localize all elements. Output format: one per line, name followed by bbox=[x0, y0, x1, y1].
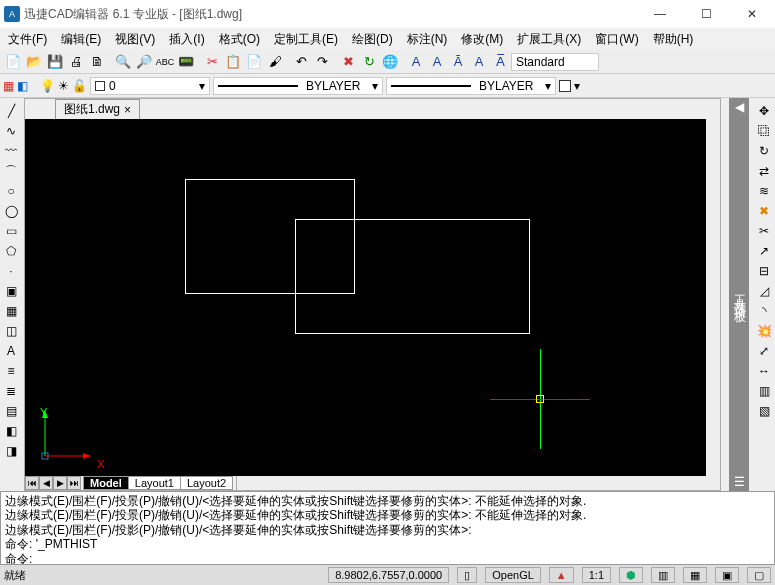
menu-help[interactable]: 帮助(H) bbox=[647, 29, 700, 50]
more-2-icon[interactable]: ▤ bbox=[2, 402, 20, 420]
menu-window[interactable]: 窗口(W) bbox=[589, 29, 644, 50]
menu-edit[interactable]: 编辑(E) bbox=[55, 29, 107, 50]
prop-icon-1[interactable]: ▦ bbox=[3, 79, 14, 93]
more-4-icon[interactable]: ◨ bbox=[2, 442, 20, 460]
mod-a-icon[interactable]: ▥ bbox=[755, 382, 773, 400]
maximize-button[interactable]: ☐ bbox=[683, 0, 729, 28]
rotate-icon[interactable]: ↻ bbox=[755, 142, 773, 160]
text-a4-icon[interactable]: A bbox=[469, 52, 489, 72]
menu-dim[interactable]: 标注(N) bbox=[401, 29, 454, 50]
delete-icon[interactable]: ✖ bbox=[338, 52, 358, 72]
prop-icon-2[interactable]: ◧ bbox=[17, 79, 28, 93]
status-lwt-icon[interactable]: ▥ bbox=[651, 567, 675, 583]
polygon-icon[interactable]: ⬠ bbox=[2, 242, 20, 260]
copy-mod-icon[interactable]: ⿻ bbox=[755, 122, 773, 140]
layer-bulb-icon[interactable]: 💡 bbox=[40, 79, 55, 93]
menu-modify[interactable]: 修改(M) bbox=[455, 29, 509, 50]
new-icon[interactable]: 📄 bbox=[3, 52, 23, 72]
menu-draw[interactable]: 绘图(D) bbox=[346, 29, 399, 50]
status-iso-icon[interactable]: ⬢ bbox=[619, 567, 643, 583]
lineweight-dropdown[interactable]: BYLAYER ▾ bbox=[386, 77, 556, 95]
search-icon[interactable]: 🔍 bbox=[113, 52, 133, 72]
ellipse-icon[interactable]: ◯ bbox=[2, 202, 20, 220]
text-a2-icon[interactable]: A bbox=[427, 52, 447, 72]
tool-palette-handle[interactable]: 工具选项板 bbox=[729, 116, 749, 473]
mtext-icon[interactable]: ≡ bbox=[2, 362, 20, 380]
textstyle-dropdown[interactable]: Standard bbox=[511, 53, 599, 71]
trim-icon[interactable]: ✂ bbox=[755, 222, 773, 240]
fillet-icon[interactable]: ◝ bbox=[755, 302, 773, 320]
text-a3-icon[interactable]: Ā bbox=[448, 52, 468, 72]
status-grid-icon[interactable]: ▦ bbox=[683, 567, 707, 583]
line-icon[interactable]: ╱ bbox=[2, 102, 20, 120]
status-snap-icon[interactable]: ▲ bbox=[549, 567, 574, 583]
mirror-icon[interactable]: ⇄ bbox=[755, 162, 773, 180]
menu-extend[interactable]: 扩展工具(X) bbox=[511, 29, 587, 50]
status-paper-icon[interactable]: ▢ bbox=[747, 567, 771, 583]
menu-insert[interactable]: 插入(I) bbox=[163, 29, 210, 50]
pan-icon[interactable]: ↻ bbox=[359, 52, 379, 72]
status-model-icon[interactable]: ▣ bbox=[715, 567, 739, 583]
move-icon[interactable]: ✥ bbox=[755, 102, 773, 120]
scale-icon[interactable]: ⤢ bbox=[755, 342, 773, 360]
palette-props-icon[interactable]: ☰ bbox=[729, 473, 749, 491]
more-1-icon[interactable]: ≣ bbox=[2, 382, 20, 400]
extend-icon[interactable]: ↗ bbox=[755, 242, 773, 260]
text-a5-icon[interactable]: A̅ bbox=[490, 52, 510, 72]
palette-expand-icon[interactable]: ◀ bbox=[729, 98, 749, 116]
layout-tab-2[interactable]: Layout2 bbox=[180, 476, 233, 490]
more-3-icon[interactable]: ◧ bbox=[2, 422, 20, 440]
copy-icon[interactable]: 📋 bbox=[223, 52, 243, 72]
undo-icon[interactable]: ↶ bbox=[291, 52, 311, 72]
spell-icon[interactable]: ABC bbox=[155, 52, 175, 72]
text-icon[interactable]: A bbox=[2, 342, 20, 360]
menu-tools[interactable]: 定制工具(E) bbox=[268, 29, 344, 50]
redo-icon[interactable]: ↷ bbox=[312, 52, 332, 72]
tab-nav-first[interactable]: ⏮ bbox=[25, 476, 39, 490]
print-icon[interactable]: 🖨 bbox=[66, 52, 86, 72]
layer-lock-icon[interactable]: 🔓 bbox=[72, 79, 87, 93]
find-icon[interactable]: 🔎 bbox=[134, 52, 154, 72]
cut-icon[interactable]: ✂ bbox=[202, 52, 222, 72]
arc-icon[interactable]: ⌒ bbox=[2, 162, 20, 180]
status-pick-icon[interactable]: ▯ bbox=[457, 567, 477, 583]
circle-icon[interactable]: ○ bbox=[2, 182, 20, 200]
save-icon[interactable]: 💾 bbox=[45, 52, 65, 72]
menu-file[interactable]: 文件(F) bbox=[2, 29, 53, 50]
match-icon[interactable]: 🖌 bbox=[265, 52, 285, 72]
command-window[interactable]: 边缘模式(E)/围栏(F)/投景(P)/撤销(U)/<选择要延伸的实体或按Shi… bbox=[0, 491, 775, 565]
drawing-canvas[interactable]: Y X bbox=[25, 119, 720, 476]
menu-format[interactable]: 格式(O) bbox=[213, 29, 266, 50]
minimize-button[interactable]: — bbox=[637, 0, 683, 28]
chamfer-icon[interactable]: ◿ bbox=[755, 282, 773, 300]
layer-sun-icon[interactable]: ☀ bbox=[58, 79, 69, 93]
offset-icon[interactable]: ≋ bbox=[755, 182, 773, 200]
tab-nav-next[interactable]: ▶ bbox=[53, 476, 67, 490]
color-swatch[interactable] bbox=[559, 80, 571, 92]
status-ratio[interactable]: 1:1 bbox=[582, 567, 611, 583]
linetype-dropdown[interactable]: BYLAYER ▾ bbox=[213, 77, 383, 95]
open-icon[interactable]: 📂 bbox=[24, 52, 44, 72]
rect-icon[interactable]: ▭ bbox=[2, 222, 20, 240]
tab-nav-last[interactable]: ⏭ bbox=[67, 476, 81, 490]
hatch-icon[interactable]: ▦ bbox=[2, 302, 20, 320]
file-tab[interactable]: 图纸1.dwg × bbox=[55, 99, 140, 119]
preview-icon[interactable]: 🗎 bbox=[87, 52, 107, 72]
block-icon[interactable]: ▣ bbox=[2, 282, 20, 300]
world-icon[interactable]: 🌐 bbox=[380, 52, 400, 72]
explode-icon[interactable]: 💥 bbox=[755, 322, 773, 340]
layout-tab-1[interactable]: Layout1 bbox=[128, 476, 181, 490]
spline-icon[interactable]: 〰 bbox=[2, 142, 20, 160]
menu-view[interactable]: 视图(V) bbox=[109, 29, 161, 50]
stretch-icon[interactable]: ↔ bbox=[755, 362, 773, 380]
close-button[interactable]: ✕ bbox=[729, 0, 775, 28]
paste-icon[interactable]: 📄 bbox=[244, 52, 264, 72]
calc-icon[interactable]: 📟 bbox=[176, 52, 196, 72]
break-icon[interactable]: ⊟ bbox=[755, 262, 773, 280]
array-icon[interactable]: ✖ bbox=[755, 202, 773, 220]
canvas-scrollbar-v[interactable] bbox=[706, 119, 720, 476]
tab-nav-prev[interactable]: ◀ bbox=[39, 476, 53, 490]
layer-dropdown[interactable]: 0 ▾ bbox=[90, 77, 210, 95]
text-a1-icon[interactable]: A bbox=[406, 52, 426, 72]
chevron-down-icon[interactable]: ▾ bbox=[574, 79, 580, 93]
